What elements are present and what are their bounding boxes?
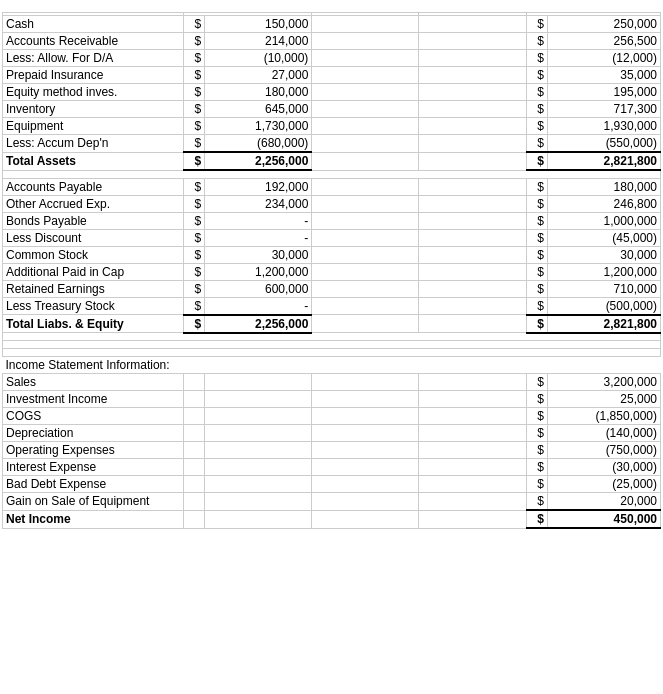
sign-2014: $ xyxy=(183,178,204,195)
sign-2014-empty xyxy=(183,442,204,459)
sign-2015: $ xyxy=(526,229,547,246)
val-dr xyxy=(312,374,419,391)
val-2014: 192,000 xyxy=(205,178,312,195)
val-dr xyxy=(312,280,419,297)
liability-row: Bonds Payable $ - $ 1,000,000 xyxy=(3,212,661,229)
row-label: Less: Allow. For D/A xyxy=(3,50,184,67)
sign-2015: $ xyxy=(526,459,547,476)
asset-row: Inventory $ 645,000 $ 717,300 xyxy=(3,101,661,118)
val-cr xyxy=(419,297,526,315)
income-row: Net Income $ 450,000 xyxy=(3,510,661,528)
liability-row: Additional Paid in Cap $ 1,200,000 $ 1,2… xyxy=(3,263,661,280)
sign-2015: $ xyxy=(526,84,547,101)
sign-2014: $ xyxy=(183,33,204,50)
val-2014-empty xyxy=(205,476,312,493)
sign-2014-empty xyxy=(183,408,204,425)
val-dr xyxy=(312,315,419,333)
sign-2014: $ xyxy=(183,101,204,118)
val-2015: (750,000) xyxy=(547,442,660,459)
val-2015: 250,000 xyxy=(547,16,660,33)
val-2015: 20,000 xyxy=(547,493,660,511)
spacer1 xyxy=(3,170,661,178)
val-cr xyxy=(419,178,526,195)
row-label: Bonds Payable xyxy=(3,212,184,229)
liability-row: Accounts Payable $ 192,000 $ 180,000 xyxy=(3,178,661,195)
spacer-row2 xyxy=(3,333,661,341)
liability-row: Retained Earnings $ 600,000 $ 710,000 xyxy=(3,280,661,297)
val-2014-empty xyxy=(205,493,312,511)
val-dr xyxy=(312,16,419,33)
sign-2014: $ xyxy=(183,212,204,229)
val-2015: 717,300 xyxy=(547,101,660,118)
val-dr xyxy=(312,178,419,195)
sign-2015: $ xyxy=(526,297,547,315)
val-2014-empty xyxy=(205,459,312,476)
val-2014: 645,000 xyxy=(205,101,312,118)
val-2014: (680,000) xyxy=(205,135,312,153)
val-cr xyxy=(419,374,526,391)
val-2015: 35,000 xyxy=(547,67,660,84)
row-label: Operating Expenses xyxy=(3,442,184,459)
val-cr xyxy=(419,315,526,333)
sign-2014: $ xyxy=(183,16,204,33)
val-2014: - xyxy=(205,212,312,229)
asset-row: Total Assets $ 2,256,000 $ 2,821,800 xyxy=(3,152,661,170)
val-cr xyxy=(419,67,526,84)
sign-2015: $ xyxy=(526,425,547,442)
row-label: Total Assets xyxy=(3,152,184,170)
val-dr xyxy=(312,510,419,528)
val-2015: 1,000,000 xyxy=(547,212,660,229)
sign-2014: $ xyxy=(183,152,204,170)
sign-2014-empty xyxy=(183,425,204,442)
row-label: Other Accrued Exp. xyxy=(3,195,184,212)
sign-2015: $ xyxy=(526,178,547,195)
val-2014: 150,000 xyxy=(205,16,312,33)
row-label: Interest Expense xyxy=(3,459,184,476)
val-cr xyxy=(419,493,526,511)
val-cr xyxy=(419,263,526,280)
row-label: Inventory xyxy=(3,101,184,118)
spacer-row xyxy=(3,170,661,178)
balance-sheet-assets: Cash $ 150,000 $ 250,000 Accounts Receiv… xyxy=(3,16,661,171)
val-2015: 1,200,000 xyxy=(547,263,660,280)
val-2015: 246,800 xyxy=(547,195,660,212)
asset-row: Less: Accum Dep'n $ (680,000) $ (550,000… xyxy=(3,135,661,153)
val-dr xyxy=(312,229,419,246)
val-dr xyxy=(312,442,419,459)
val-2014-empty xyxy=(205,510,312,528)
sign-2015: $ xyxy=(526,33,547,50)
sign-2014: $ xyxy=(183,135,204,153)
val-2014-empty xyxy=(205,391,312,408)
asset-row: Accounts Receivable $ 214,000 $ 256,500 xyxy=(3,33,661,50)
val-cr xyxy=(419,33,526,50)
row-label: COGS xyxy=(3,408,184,425)
val-dr xyxy=(312,135,419,153)
val-2014-empty xyxy=(205,442,312,459)
sign-2014: $ xyxy=(183,50,204,67)
sign-2014: $ xyxy=(183,280,204,297)
asset-row: Less: Allow. For D/A $ (10,000) $ (12,00… xyxy=(3,50,661,67)
val-2014: 180,000 xyxy=(205,84,312,101)
sign-2014-empty xyxy=(183,493,204,511)
row-label: Retained Earnings xyxy=(3,280,184,297)
val-cr xyxy=(419,425,526,442)
income-row: Depreciation $ (140,000) xyxy=(3,425,661,442)
val-cr xyxy=(419,476,526,493)
val-cr xyxy=(419,101,526,118)
val-2014: (10,000) xyxy=(205,50,312,67)
val-dr xyxy=(312,84,419,101)
val-2014: 30,000 xyxy=(205,246,312,263)
val-cr xyxy=(419,442,526,459)
row-label: Accounts Payable xyxy=(3,178,184,195)
row-label: Less: Accum Dep'n xyxy=(3,135,184,153)
sign-2015: $ xyxy=(526,101,547,118)
val-2015: (12,000) xyxy=(547,50,660,67)
val-2014: 1,200,000 xyxy=(205,263,312,280)
val-cr xyxy=(419,391,526,408)
val-cr xyxy=(419,246,526,263)
val-cr xyxy=(419,152,526,170)
sign-2014-empty xyxy=(183,476,204,493)
val-cr xyxy=(419,459,526,476)
val-2014: 214,000 xyxy=(205,33,312,50)
val-2014: - xyxy=(205,297,312,315)
